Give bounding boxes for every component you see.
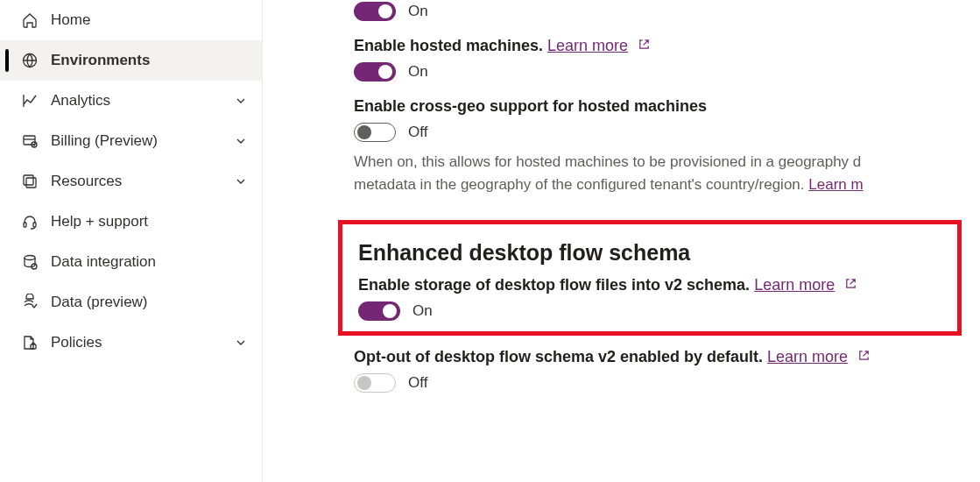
description-text: metadata in the geography of the configu… (354, 176, 808, 193)
setting-title-text: Enable cross-geo support for hosted mach… (354, 97, 707, 115)
sidebar-item-label: Billing (Preview) (51, 132, 234, 150)
sidebar-item-policies[interactable]: Policies (0, 323, 262, 363)
toggle-state-label: On (408, 63, 428, 81)
home-icon (21, 11, 39, 29)
learn-more-link[interactable]: Learn more (767, 348, 848, 365)
sidebar-item-help[interactable]: Help + support (0, 202, 262, 242)
learn-more-link[interactable]: Learn more (754, 276, 835, 294)
headset-icon (21, 213, 39, 230)
sidebar-item-billing[interactable]: Billing (Preview) (0, 121, 262, 161)
setting-top-toggle: On (354, 2, 980, 21)
learn-more-link[interactable]: Learn more (547, 37, 628, 54)
setting-description: When on, this allows for hosted machines… (354, 151, 980, 195)
toggle-top[interactable] (354, 2, 396, 21)
svg-rect-1 (24, 136, 35, 145)
data-integration-icon (21, 253, 39, 271)
billing-icon (21, 132, 39, 150)
resources-icon (21, 173, 39, 190)
section-heading: Enhanced desktop flow schema (358, 240, 941, 266)
sidebar-item-label: Data integration (51, 253, 248, 271)
setting-hosted-machines: Enable hosted machines. Learn more On (354, 37, 980, 82)
sidebar: Home Environments Analytics Billing (Pre… (0, 0, 263, 482)
svg-rect-3 (24, 175, 33, 185)
sidebar-item-data-preview[interactable]: Data (preview) (0, 282, 262, 323)
sidebar-item-label: Analytics (51, 92, 234, 110)
external-link-icon (857, 349, 871, 362)
setting-cross-geo: Enable cross-geo support for hosted mach… (354, 97, 980, 195)
svg-point-7 (25, 256, 35, 260)
sidebar-item-label: Resources (51, 173, 234, 190)
svg-rect-4 (26, 178, 36, 188)
sidebar-item-label: Environments (51, 52, 248, 69)
toggle-state-label: On (408, 3, 428, 20)
sidebar-item-label: Help + support (51, 213, 248, 230)
sidebar-item-environments[interactable]: Environments (0, 40, 262, 81)
description-text: When on, this allows for hosted machines… (354, 153, 861, 170)
chevron-down-icon (234, 94, 248, 108)
sidebar-item-data-integration[interactable]: Data integration (0, 242, 262, 282)
sidebar-item-label: Policies (51, 334, 234, 351)
toggle-opt-out[interactable] (354, 373, 396, 393)
toggle-state-label: Off (408, 374, 427, 392)
external-link-icon (844, 277, 857, 290)
learn-more-link[interactable]: Learn m (808, 176, 863, 193)
toggle-state-label: On (412, 302, 433, 320)
data-preview-icon (21, 294, 39, 311)
sidebar-item-label: Data (preview) (51, 294, 248, 311)
highlight-box-enhanced-schema: Enhanced desktop flow schema Enable stor… (338, 220, 962, 336)
setting-opt-out: Opt-out of desktop flow schema v2 enable… (354, 348, 980, 393)
toggle-v2-storage[interactable] (358, 301, 400, 321)
setting-label-text: Enable storage of desktop flow files int… (358, 276, 750, 294)
sidebar-item-analytics[interactable]: Analytics (0, 81, 262, 121)
sidebar-item-home[interactable]: Home (0, 0, 262, 40)
toggle-state-label: Off (408, 124, 427, 141)
setting-title-text: Enable hosted machines. (354, 37, 543, 54)
chevron-down-icon (234, 336, 248, 350)
policies-icon (21, 334, 39, 351)
sidebar-item-resources[interactable]: Resources (0, 161, 262, 202)
globe-icon (21, 52, 39, 69)
toggle-hosted-machines[interactable] (354, 62, 396, 82)
chevron-down-icon (234, 134, 248, 148)
analytics-icon (21, 92, 39, 110)
external-link-icon (638, 38, 651, 51)
chevron-down-icon (234, 174, 248, 188)
sidebar-item-label: Home (51, 11, 248, 29)
toggle-cross-geo[interactable] (354, 123, 396, 142)
settings-content: On Enable hosted machines. Learn more On… (263, 0, 980, 482)
setting-label-text: Opt-out of desktop flow schema v2 enable… (354, 348, 763, 365)
